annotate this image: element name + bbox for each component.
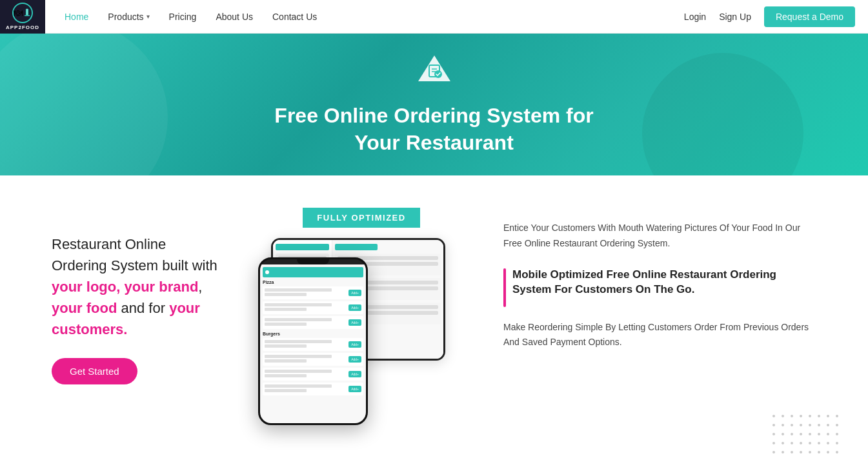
phone-menu-item: Add+: [263, 286, 363, 299]
highlight-food: your food: [52, 300, 117, 316]
svg-rect-1: [25, 15, 30, 16]
dot: [836, 442, 838, 444]
dot: [782, 433, 784, 435]
navbar: APP2FOOD Home Products ▾ Pricing About U…: [0, 0, 868, 34]
logo-icon: [12, 3, 33, 23]
dot: [827, 451, 829, 453]
phone-menu-item: Add+: [263, 368, 363, 381]
feature-block: Mobile Optimized Free Online Restaurant …: [503, 267, 816, 307]
highlight-logo: your logo,: [52, 279, 120, 295]
dot-grid-inner: // Render dot grid via inline script doc…: [772, 415, 842, 457]
logo-text: APP2FOOD: [6, 25, 39, 30]
main-content: Restaurant Online Ordering System built …: [0, 175, 868, 458]
dot: [782, 442, 784, 444]
phone-menu-item: Add+: [263, 338, 363, 351]
feature-title: Mobile Optimized Free Online Restaurant …: [503, 267, 816, 307]
dot: [818, 451, 820, 453]
phone-section-pizza: Pizza: [263, 280, 363, 284]
phone-menu-item: Add+: [263, 301, 363, 314]
nav-pricing[interactable]: Pricing: [169, 12, 197, 22]
right-section: Entice Your Customers With Mouth Waterin…: [503, 208, 816, 366]
signup-link[interactable]: Sign Up: [719, 12, 751, 22]
dot: [800, 415, 802, 417]
nav-right: Login Sign Up Request a Demo: [684, 6, 855, 27]
phone-menu-item: Add+: [263, 353, 363, 366]
phones-container: Pizza Add+ Add+: [258, 238, 465, 425]
feature-bar-icon: [503, 268, 506, 307]
nav-links: Home Products ▾ Pricing About Us Contact…: [65, 12, 684, 22]
nav-about[interactable]: About Us: [216, 12, 253, 22]
dot: [809, 424, 811, 426]
dot: [782, 415, 784, 417]
dot: [782, 451, 784, 453]
left-section: Restaurant Online Ordering System built …: [52, 208, 219, 384]
phone-section-burgers: Burgers: [263, 332, 363, 336]
phone-front: Pizza Add+ Add+: [258, 257, 368, 425]
dot: [791, 424, 793, 426]
phone-back-header-row: [276, 244, 329, 250]
dot: [818, 415, 820, 417]
phone-front-screen: Pizza Add+ Add+: [260, 264, 366, 423]
dot: [800, 451, 802, 453]
right-para1: Entice Your Customers With Mouth Waterin…: [503, 221, 816, 252]
dot: [772, 415, 775, 417]
hero-title: Free Online Ordering System for Your Res…: [274, 103, 593, 156]
dot: [827, 424, 829, 426]
dot: [818, 433, 820, 435]
dot: [818, 424, 820, 426]
phone-menu-item: Add+: [263, 316, 363, 329]
nav-home[interactable]: Home: [65, 12, 88, 22]
dot: [827, 433, 829, 435]
dot: [772, 433, 775, 435]
dot: [782, 424, 784, 426]
dot: [809, 442, 811, 444]
hero-icon: [415, 52, 454, 94]
dot: [809, 451, 811, 453]
dot: [791, 451, 793, 453]
dot: [836, 433, 838, 435]
dot: [791, 415, 793, 417]
hero-section: Free Online Ordering System for Your Res…: [0, 34, 868, 175]
dot: [827, 442, 829, 444]
login-link[interactable]: Login: [684, 12, 706, 22]
dot: [818, 442, 820, 444]
nav-contact[interactable]: Contact Us: [272, 12, 317, 22]
dot: [800, 433, 802, 435]
dot: [791, 433, 793, 435]
dot: [836, 451, 838, 453]
center-section: FULLY OPTIMIZED: [245, 208, 478, 425]
get-started-button[interactable]: Get Started: [52, 358, 137, 384]
dot: [836, 415, 838, 417]
phone-app-header: [263, 267, 363, 277]
fully-optimized-badge: FULLY OPTIMIZED: [303, 208, 419, 228]
dot: [772, 442, 775, 444]
phone-notch: [297, 259, 329, 264]
dot: [772, 424, 775, 426]
dot-grid: // Render dot grid via inline script doc…: [772, 415, 842, 457]
dot: [772, 451, 775, 453]
nav-products[interactable]: Products ▾: [108, 12, 149, 22]
dot: [800, 424, 802, 426]
demo-button[interactable]: Request a Demo: [764, 6, 855, 27]
chevron-down-icon: ▾: [146, 13, 150, 20]
dot: [809, 433, 811, 435]
phone-menu-item: Add+: [263, 383, 363, 395]
dot: [809, 415, 811, 417]
dot: [836, 424, 838, 426]
logo[interactable]: APP2FOOD: [0, 0, 45, 34]
highlight-brand: your brand: [124, 279, 198, 295]
dot: [800, 442, 802, 444]
dot: [827, 415, 829, 417]
left-title: Restaurant Online Ordering System built …: [52, 234, 219, 340]
right-para2: Make Reordering Simple By Letting Custom…: [503, 320, 816, 351]
dot: [791, 442, 793, 444]
